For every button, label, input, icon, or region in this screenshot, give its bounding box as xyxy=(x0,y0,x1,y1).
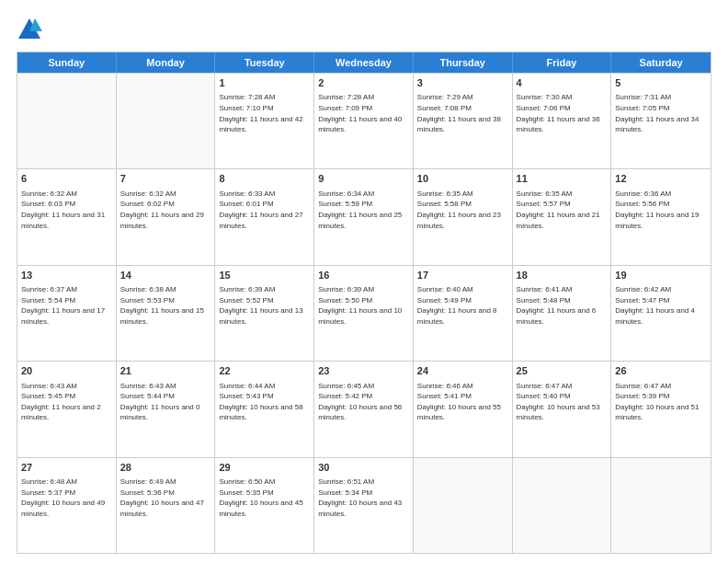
cell-info: Sunrise: 6:34 AM Sunset: 5:59 PM Dayligh… xyxy=(318,189,409,231)
calendar-cell xyxy=(117,74,216,168)
cell-info: Sunrise: 6:32 AM Sunset: 6:03 PM Dayligh… xyxy=(21,189,112,231)
calendar-cell: 11Sunrise: 6:35 AM Sunset: 5:57 PM Dayli… xyxy=(513,169,612,264)
cell-info: Sunrise: 6:50 AM Sunset: 5:35 PM Dayligh… xyxy=(219,477,310,519)
cell-info: Sunrise: 6:40 AM Sunset: 5:49 PM Dayligh… xyxy=(417,284,508,327)
calendar-cell: 29Sunrise: 6:50 AM Sunset: 5:35 PM Dayli… xyxy=(215,458,314,553)
calendar-cell: 22Sunrise: 6:44 AM Sunset: 5:43 PM Dayli… xyxy=(215,362,314,456)
calendar-cell: 23Sunrise: 6:45 AM Sunset: 5:42 PM Dayli… xyxy=(314,362,414,456)
logo xyxy=(17,17,46,42)
calendar-row: 1Sunrise: 7:28 AM Sunset: 7:10 PM Daylig… xyxy=(17,73,711,168)
cell-info: Sunrise: 6:46 AM Sunset: 5:41 PM Dayligh… xyxy=(417,381,508,423)
day-number: 5 xyxy=(615,76,707,90)
cell-info: Sunrise: 7:28 AM Sunset: 7:10 PM Dayligh… xyxy=(219,92,310,134)
day-number: 19 xyxy=(615,269,707,282)
calendar-cell: 13Sunrise: 6:37 AM Sunset: 5:54 PM Dayli… xyxy=(17,266,117,361)
day-number: 24 xyxy=(417,364,508,378)
calendar-cell: 7Sunrise: 6:32 AM Sunset: 6:02 PM Daylig… xyxy=(117,169,216,264)
calendar-cell: 19Sunrise: 6:42 AM Sunset: 5:47 PM Dayli… xyxy=(611,266,711,361)
day-number: 21 xyxy=(120,364,211,378)
calendar-row: 20Sunrise: 6:43 AM Sunset: 5:45 PM Dayli… xyxy=(17,361,711,456)
calendar-cell: 6Sunrise: 6:32 AM Sunset: 6:03 PM Daylig… xyxy=(17,169,117,264)
day-number: 10 xyxy=(417,172,508,186)
cell-info: Sunrise: 7:30 AM Sunset: 7:06 PM Dayligh… xyxy=(517,92,608,134)
day-number: 15 xyxy=(219,269,310,282)
calendar-cell: 25Sunrise: 6:47 AM Sunset: 5:40 PM Dayli… xyxy=(513,362,612,456)
calendar-cell: 14Sunrise: 6:38 AM Sunset: 5:53 PM Dayli… xyxy=(117,266,216,361)
day-number: 3 xyxy=(417,76,508,90)
calendar-cell: 20Sunrise: 6:43 AM Sunset: 5:45 PM Dayli… xyxy=(17,362,117,456)
calendar-cell xyxy=(611,458,711,553)
calendar-cell: 9Sunrise: 6:34 AM Sunset: 5:59 PM Daylig… xyxy=(314,169,414,264)
calendar-cell: 27Sunrise: 6:48 AM Sunset: 5:37 PM Dayli… xyxy=(17,458,117,553)
calendar-cell: 16Sunrise: 6:39 AM Sunset: 5:50 PM Dayli… xyxy=(314,266,414,361)
day-number: 23 xyxy=(318,364,409,378)
day-number: 4 xyxy=(517,76,608,90)
logo-icon xyxy=(17,17,42,42)
cell-info: Sunrise: 6:47 AM Sunset: 5:40 PM Dayligh… xyxy=(517,381,608,423)
cell-info: Sunrise: 6:51 AM Sunset: 5:34 PM Dayligh… xyxy=(318,477,409,519)
cell-info: Sunrise: 6:47 AM Sunset: 5:39 PM Dayligh… xyxy=(615,381,707,423)
cell-info: Sunrise: 6:45 AM Sunset: 5:42 PM Dayligh… xyxy=(318,381,409,423)
calendar-cell: 15Sunrise: 6:39 AM Sunset: 5:52 PM Dayli… xyxy=(215,266,314,361)
page: SundayMondayTuesdayWednesdayThursdayFrid… xyxy=(0,0,728,563)
header-day-sunday: Sunday xyxy=(17,52,117,73)
cell-info: Sunrise: 6:38 AM Sunset: 5:53 PM Dayligh… xyxy=(120,284,211,327)
cell-info: Sunrise: 6:44 AM Sunset: 5:43 PM Dayligh… xyxy=(219,381,310,423)
day-number: 27 xyxy=(21,461,112,475)
calendar-row: 6Sunrise: 6:32 AM Sunset: 6:03 PM Daylig… xyxy=(17,168,711,264)
calendar-cell: 5Sunrise: 7:31 AM Sunset: 7:05 PM Daylig… xyxy=(611,74,711,168)
calendar-cell: 8Sunrise: 6:33 AM Sunset: 6:01 PM Daylig… xyxy=(215,169,314,264)
calendar-cell: 30Sunrise: 6:51 AM Sunset: 5:34 PM Dayli… xyxy=(314,458,414,553)
header-day-wednesday: Wednesday xyxy=(314,52,414,73)
day-number: 11 xyxy=(517,172,608,186)
calendar-cell: 21Sunrise: 6:43 AM Sunset: 5:44 PM Dayli… xyxy=(117,362,216,456)
calendar-cell: 3Sunrise: 7:29 AM Sunset: 7:08 PM Daylig… xyxy=(414,74,513,168)
header-day-saturday: Saturday xyxy=(611,52,711,73)
calendar-row: 13Sunrise: 6:37 AM Sunset: 5:54 PM Dayli… xyxy=(17,265,711,361)
calendar-cell xyxy=(414,458,513,553)
calendar-cell xyxy=(513,458,612,553)
day-number: 20 xyxy=(21,364,112,378)
cell-info: Sunrise: 6:41 AM Sunset: 5:48 PM Dayligh… xyxy=(517,284,608,327)
header-day-friday: Friday xyxy=(513,52,612,73)
calendar-header: SundayMondayTuesdayWednesdayThursdayFrid… xyxy=(17,52,711,73)
day-number: 26 xyxy=(615,364,707,378)
header-day-tuesday: Tuesday xyxy=(215,52,314,73)
day-number: 25 xyxy=(517,364,608,378)
cell-info: Sunrise: 6:35 AM Sunset: 5:57 PM Dayligh… xyxy=(517,189,608,231)
cell-info: Sunrise: 6:43 AM Sunset: 5:45 PM Dayligh… xyxy=(21,381,112,423)
calendar-cell: 24Sunrise: 6:46 AM Sunset: 5:41 PM Dayli… xyxy=(414,362,513,456)
cell-info: Sunrise: 6:39 AM Sunset: 5:50 PM Dayligh… xyxy=(318,284,409,327)
cell-info: Sunrise: 6:33 AM Sunset: 6:01 PM Dayligh… xyxy=(219,189,310,231)
day-number: 17 xyxy=(417,269,508,282)
cell-info: Sunrise: 6:43 AM Sunset: 5:44 PM Dayligh… xyxy=(120,381,211,423)
day-number: 16 xyxy=(318,269,409,282)
header-day-thursday: Thursday xyxy=(414,52,513,73)
calendar-cell: 2Sunrise: 7:28 AM Sunset: 7:09 PM Daylig… xyxy=(314,74,414,168)
calendar: SundayMondayTuesdayWednesdayThursdayFrid… xyxy=(17,52,711,554)
day-number: 9 xyxy=(318,172,409,186)
calendar-cell: 4Sunrise: 7:30 AM Sunset: 7:06 PM Daylig… xyxy=(513,74,612,168)
calendar-cell: 26Sunrise: 6:47 AM Sunset: 5:39 PM Dayli… xyxy=(611,362,711,456)
day-number: 12 xyxy=(615,172,707,186)
day-number: 29 xyxy=(219,461,310,475)
calendar-row: 27Sunrise: 6:48 AM Sunset: 5:37 PM Dayli… xyxy=(17,457,711,553)
day-number: 13 xyxy=(21,269,112,282)
cell-info: Sunrise: 6:42 AM Sunset: 5:47 PM Dayligh… xyxy=(615,284,707,327)
calendar-cell: 1Sunrise: 7:28 AM Sunset: 7:10 PM Daylig… xyxy=(215,74,314,168)
day-number: 8 xyxy=(219,172,310,186)
day-number: 30 xyxy=(318,461,409,475)
calendar-cell: 28Sunrise: 6:49 AM Sunset: 5:36 PM Dayli… xyxy=(117,458,216,553)
day-number: 28 xyxy=(120,461,211,475)
day-number: 1 xyxy=(219,76,310,90)
day-number: 18 xyxy=(517,269,608,282)
cell-info: Sunrise: 7:31 AM Sunset: 7:05 PM Dayligh… xyxy=(615,92,707,134)
day-number: 22 xyxy=(219,364,310,378)
calendar-cell: 12Sunrise: 6:36 AM Sunset: 5:56 PM Dayli… xyxy=(611,169,711,264)
cell-info: Sunrise: 6:48 AM Sunset: 5:37 PM Dayligh… xyxy=(21,477,112,519)
calendar-cell: 18Sunrise: 6:41 AM Sunset: 5:48 PM Dayli… xyxy=(513,266,612,361)
calendar-body: 1Sunrise: 7:28 AM Sunset: 7:10 PM Daylig… xyxy=(17,73,711,553)
calendar-cell: 10Sunrise: 6:35 AM Sunset: 5:58 PM Dayli… xyxy=(414,169,513,264)
day-number: 7 xyxy=(120,172,211,186)
cell-info: Sunrise: 6:49 AM Sunset: 5:36 PM Dayligh… xyxy=(120,477,211,519)
